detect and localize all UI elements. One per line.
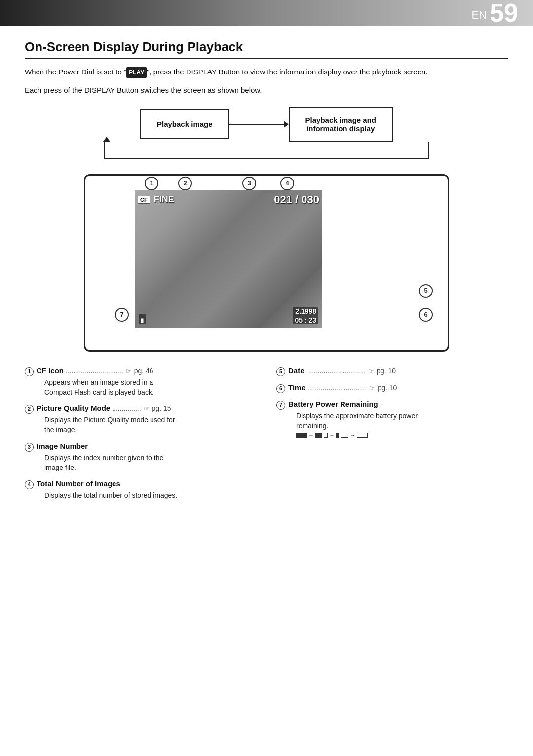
legend-left-col: 1 CF Icon ..............................…	[25, 366, 257, 507]
legend-label-4: Total Number of Images	[37, 479, 120, 488]
legend-label-7: Battery Power Remaining	[288, 400, 378, 408]
h-bottom-line	[104, 158, 429, 159]
batt-med-empty	[324, 433, 328, 438]
page-title: On-Screen Display During Playback	[25, 39, 508, 59]
flow-box-1: Playback image	[140, 109, 229, 139]
flow-box-2: Playback image and information display	[289, 107, 393, 142]
v-line-left	[104, 142, 105, 159]
flow-diagram: Playback image Playback image and inform…	[25, 107, 508, 159]
callout-5: 5	[419, 284, 433, 298]
v-line-right	[428, 142, 429, 159]
legend-ref-1: pg. 46	[134, 367, 153, 375]
batt-full	[296, 433, 307, 438]
header-bar: EN 59	[0, 0, 533, 26]
legend-item-7: 7 Battery Power Remaining Displays the a…	[276, 400, 508, 439]
osd-battery-icon: ▮	[139, 314, 146, 324]
legend-dots-5: ...............................	[306, 367, 366, 375]
callout-6: 6	[419, 308, 433, 322]
legend-label-1: CF Icon	[37, 366, 64, 375]
callout-2: 2	[178, 177, 192, 190]
legend-num-6: 6	[276, 384, 285, 393]
legend-ref-5: pg. 10	[377, 367, 396, 375]
legend-desc-3: Displays the index number given to the i…	[44, 453, 257, 473]
legend-ref-6: pg. 10	[378, 384, 397, 392]
legend-desc-1: Appears when an image stored in a Compac…	[44, 377, 257, 397]
batt-arrow-1: →	[308, 432, 314, 438]
legend-desc-2: Displays the Picture Quality mode used f…	[44, 415, 257, 435]
legend-desc-4: Displays the total number of stored imag…	[44, 490, 257, 500]
legend-item-2: 2 Picture Quality Mode ............... ☞…	[25, 404, 257, 435]
arrow-head	[284, 121, 289, 128]
en-label: EN	[472, 9, 487, 26]
callout-3: 3	[242, 177, 256, 190]
book-icon-2: ☞	[144, 405, 150, 412]
cf-badge: CF	[138, 196, 150, 204]
osd-quality: FINE	[154, 194, 174, 205]
legend-num-3: 3	[25, 443, 34, 452]
intro-text-after: ", press the DISPLAY Button to view the …	[147, 68, 427, 76]
flow-row: Playback image Playback image and inform…	[25, 107, 508, 142]
legend-label-2: Picture Quality Mode	[37, 404, 110, 412]
book-icon-6: ☞	[369, 384, 375, 392]
page-number: 59	[490, 0, 518, 26]
camera-display: CF FINE 021 / 030 2.1998 05 : 23 ▮	[84, 174, 449, 352]
osd-date: 2.1998	[293, 307, 318, 316]
flow-box-1-label: Playback image	[157, 120, 213, 128]
legend-dots-6: ...............................	[307, 384, 367, 392]
legend-item-1: 1 CF Icon ..............................…	[25, 366, 257, 397]
batt-arrow-3: →	[350, 432, 355, 438]
batt-med-full	[315, 433, 322, 438]
up-arrow-head	[103, 137, 110, 142]
battery-level-graphic: → → →	[296, 432, 508, 438]
legend-label-3: Image Number	[37, 442, 88, 450]
intro-text-before: When the Power Dial is set to "	[25, 68, 126, 76]
legend-num-4: 4	[25, 480, 34, 489]
intro-paragraph: When the Power Dial is set to "PLAY", pr…	[25, 67, 508, 78]
legend-item-6: 6 Time ............................... ☞…	[276, 383, 508, 393]
forward-arrow	[229, 121, 289, 128]
legend-section: 1 CF Icon ..............................…	[25, 366, 508, 507]
return-arrow	[25, 142, 508, 159]
arrow-line	[229, 124, 284, 125]
osd-datetime: 2.1998 05 : 23	[293, 307, 318, 324]
legend-num-7: 7	[276, 401, 285, 410]
page-content: On-Screen Display During Playback When t…	[0, 26, 533, 527]
legend-num-2: 2	[25, 405, 34, 414]
camera-screen: CF FINE 021 / 030 2.1998 05 : 23 ▮	[135, 190, 322, 328]
sub-text: Each press of the DISPLAY Button switche…	[25, 85, 508, 96]
legend-item-4: 4 Total Number of Images Displays the to…	[25, 479, 257, 500]
legend-item-5: 5 Date ............................... ☞…	[276, 366, 508, 376]
batt-empty	[357, 433, 368, 438]
legend-num-5: 5	[276, 367, 285, 376]
osd-top-overlay: CF FINE 021 / 030	[138, 193, 319, 206]
legend-label-6: Time	[288, 383, 305, 392]
flow-box-2-label: Playback image and information display	[305, 116, 376, 133]
legend-ref-2: pg. 15	[152, 404, 171, 412]
photo-simulation: CF FINE 021 / 030 2.1998 05 : 23 ▮	[135, 190, 322, 328]
callout-7: 7	[115, 308, 129, 322]
legend-item-3: 3 Image Number Displays the index number…	[25, 442, 257, 473]
legend-right-col: 5 Date ............................... ☞…	[276, 366, 508, 507]
callout-1: 1	[145, 177, 158, 190]
camera-display-wrapper: CF FINE 021 / 030 2.1998 05 : 23 ▮	[25, 174, 508, 352]
batt-arrow-2: →	[329, 432, 335, 438]
book-icon-1: ☞	[126, 367, 132, 375]
callout-4: 4	[280, 177, 294, 190]
osd-counter: 021 / 030	[274, 193, 319, 206]
play-badge: PLAY	[126, 67, 147, 78]
legend-num-1: 1	[25, 367, 34, 376]
legend-dots-2: ...............	[112, 404, 141, 412]
legend-dots-1: ..............................	[66, 367, 123, 375]
osd-time: 05 : 23	[293, 316, 318, 324]
batt-low-empty	[341, 433, 348, 438]
legend-desc-7: Displays the approximate battery power r…	[296, 411, 508, 431]
batt-low-full	[336, 433, 339, 438]
book-icon-5: ☞	[368, 367, 374, 375]
legend-label-5: Date	[288, 366, 305, 375]
